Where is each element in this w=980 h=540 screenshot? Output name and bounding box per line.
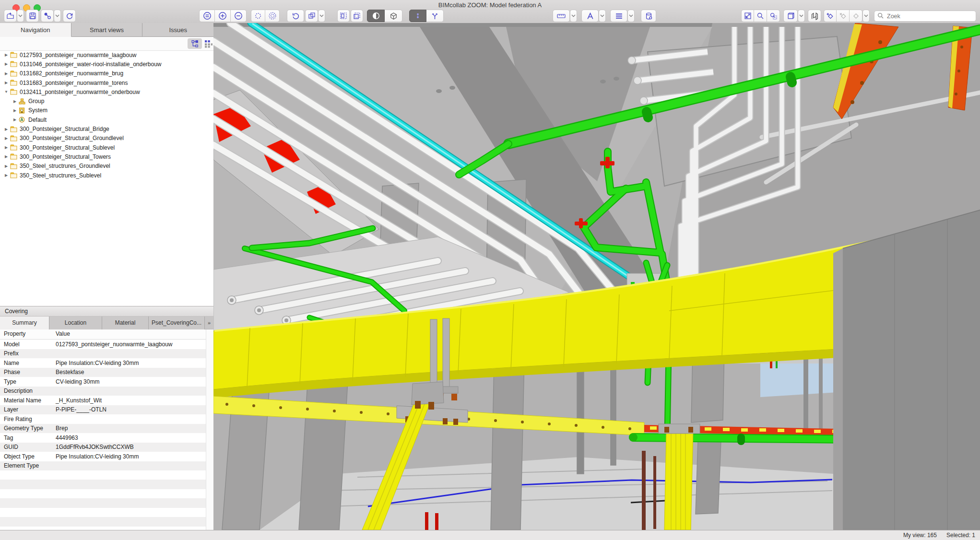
property-row[interactable]: Prefix — [0, 349, 206, 359]
folder-icon — [10, 163, 18, 169]
hierarchy-icon — [191, 40, 199, 48]
tree-item[interactable]: ▶0131046_pontsteiger_water-riool-install… — [0, 59, 206, 69]
reset-rotation-button[interactable] — [287, 10, 304, 22]
arrange-windows-dropdown[interactable] — [318, 10, 325, 22]
zoom-selection-button[interactable] — [767, 10, 780, 22]
tree-view-toggle[interactable] — [188, 38, 202, 49]
tree-item[interactable]: ▶Default — [0, 115, 206, 124]
transparent-all-button[interactable] — [265, 10, 280, 22]
disclosure-triangle[interactable]: ▶ — [4, 136, 9, 141]
tree-item[interactable]: ▶350_Steel_structrures_Sublevel — [0, 171, 206, 180]
column-value: Value — [56, 330, 70, 337]
search-input[interactable] — [886, 12, 965, 20]
link-button[interactable] — [41, 10, 54, 22]
line-style-button[interactable] — [610, 10, 627, 22]
view-cube-dropdown[interactable] — [798, 10, 805, 22]
zoom-window-button[interactable] — [754, 10, 767, 22]
status-my-view: My view: 165 — [903, 532, 937, 539]
tab-navigation[interactable]: Navigation — [0, 23, 71, 37]
property-row[interactable]: Geometry TypeBrep — [0, 424, 206, 434]
remove-clip-button[interactable] — [837, 10, 850, 22]
line-style-dropdown[interactable] — [627, 10, 635, 22]
annotate-text-button[interactable] — [581, 10, 599, 22]
property-row[interactable]: Material Name_H_Kunststof_Wit — [0, 396, 206, 405]
tree-item[interactable]: ▶350_Steel_structrures_Groundlevel — [0, 162, 206, 171]
save-viewpoint-button[interactable] — [26, 10, 39, 22]
property-row[interactable]: Element Type — [0, 461, 206, 471]
property-row[interactable]: Description — [0, 387, 206, 396]
disclosure-triangle[interactable]: ▶ — [4, 173, 9, 177]
viewport-3d[interactable] — [213, 23, 980, 530]
disclosure-triangle[interactable]: ▶ — [12, 99, 17, 104]
search-field[interactable] — [874, 11, 976, 22]
transparent-button[interactable] — [251, 10, 265, 22]
zoom-extents-button[interactable] — [741, 10, 754, 22]
prop-tab-pset[interactable]: Pset_CoveringCo... — [149, 317, 205, 329]
disclosure-triangle[interactable]: ▶ — [12, 117, 17, 122]
property-row[interactable]: TypeCV-leiding 30mm — [0, 377, 206, 387]
disclosure-triangle[interactable]: ▶ — [4, 53, 9, 57]
prop-tab-material[interactable]: Material — [102, 317, 149, 329]
open-model-button[interactable] — [4, 10, 17, 22]
disclosure-triangle[interactable]: ▼ — [4, 90, 9, 94]
walk-mode-button[interactable] — [409, 10, 426, 22]
property-row[interactable]: LayerP-PIPE-____-OTLN — [0, 405, 206, 415]
disclosure-triangle[interactable]: ▶ — [4, 81, 9, 85]
property-row[interactable]: Fire Rating — [0, 414, 206, 424]
model-3d-button[interactable] — [641, 10, 656, 22]
arrange-windows-button[interactable] — [305, 10, 318, 22]
clipping-plane-button[interactable] — [808, 10, 821, 22]
tree-item[interactable]: ▶300_Pontsteiger_Structural_Bridge — [0, 124, 206, 133]
section-plane-button[interactable] — [351, 10, 363, 22]
tree-item[interactable]: ▶0131683_pontsteiger_nuonwarmte_torens — [0, 78, 206, 87]
clip-inactive-button[interactable] — [850, 10, 862, 22]
disclosure-triangle[interactable]: ▶ — [12, 108, 17, 113]
properties-scrollbar[interactable] — [206, 329, 213, 530]
property-row[interactable]: GUID1GddFfRvb4JOKSwthCCXWB — [0, 443, 206, 452]
link-dropdown[interactable] — [54, 10, 61, 22]
hide-button[interactable] — [231, 10, 247, 22]
disclosure-triangle[interactable]: ▶ — [4, 154, 9, 159]
disclosure-triangle[interactable]: ▶ — [4, 71, 9, 76]
show-button[interactable] — [215, 10, 231, 22]
property-row[interactable]: Tag4449963 — [0, 433, 206, 443]
tree-item[interactable]: ▶300_Pontsteiger_Structural_Groundlevel — [0, 134, 206, 143]
disclosure-triangle[interactable]: ▶ — [4, 164, 9, 168]
render-mode-wireframe-button[interactable] — [385, 10, 402, 22]
tab-issues[interactable]: Issues — [142, 23, 213, 37]
view-cube-button[interactable] — [783, 10, 798, 22]
property-row[interactable]: Model0127593_pontsteiger_nuonwarmte_laag… — [0, 340, 206, 349]
prop-tab-location[interactable]: Location — [49, 317, 102, 329]
tree-item[interactable]: ▶Group — [0, 96, 206, 106]
add-clip-button[interactable] — [824, 10, 837, 22]
fly-mode-button[interactable] — [426, 10, 444, 22]
section-box-button[interactable] — [337, 10, 350, 22]
render-mode-shaded-button[interactable] — [367, 10, 385, 22]
annotate-dropdown[interactable] — [599, 10, 606, 22]
tree-item-label: 300_Pontsteiger_Structural_Groundlevel — [20, 135, 124, 141]
clip-dropdown[interactable] — [862, 10, 870, 22]
tree-item[interactable]: ▶System — [0, 106, 206, 115]
tree-item[interactable]: ▶0127593_pontsteiger_nuonwarmte_laagbouw — [0, 50, 206, 59]
property-row[interactable]: PhaseBestekfase — [0, 368, 206, 377]
tree-toolbar — [0, 37, 213, 51]
tree-item[interactable]: ▶0131682_pontsteiger_nuonwarmte_brug — [0, 69, 206, 78]
tab-smart-views[interactable]: Smart views — [71, 23, 143, 37]
measure-ruler-button[interactable] — [553, 10, 570, 22]
disclosure-triangle[interactable]: ▶ — [4, 62, 9, 66]
property-row[interactable]: NamePipe Insulation:CV-leiding 30mm — [0, 358, 206, 368]
disclosure-triangle[interactable]: ▶ — [4, 145, 9, 150]
refresh-button[interactable] — [63, 10, 76, 22]
property-row[interactable]: Object TypePipe Insulation:CV-leiding 30… — [0, 452, 206, 461]
show-all-button[interactable] — [199, 10, 215, 22]
disclosure-triangle[interactable]: ▶ — [4, 127, 9, 131]
property-name: Name — [0, 360, 56, 366]
open-model-dropdown[interactable] — [17, 10, 24, 22]
tree-item[interactable]: ▶300_Pontsteiger_Structural_Sublevel — [0, 143, 206, 152]
measure-dropdown[interactable] — [570, 10, 577, 22]
prop-tab-summary[interactable]: Summary — [0, 317, 49, 329]
prop-tabs-overflow[interactable]: » — [205, 317, 213, 329]
tree-item[interactable]: ▶300_Pontsteiger_Structural_Towers — [0, 152, 206, 161]
list-view-toggle[interactable] — [203, 38, 213, 49]
tree-item[interactable]: ▼0132411_pontsteiger_nuonwarmte_onderbou… — [0, 87, 206, 96]
